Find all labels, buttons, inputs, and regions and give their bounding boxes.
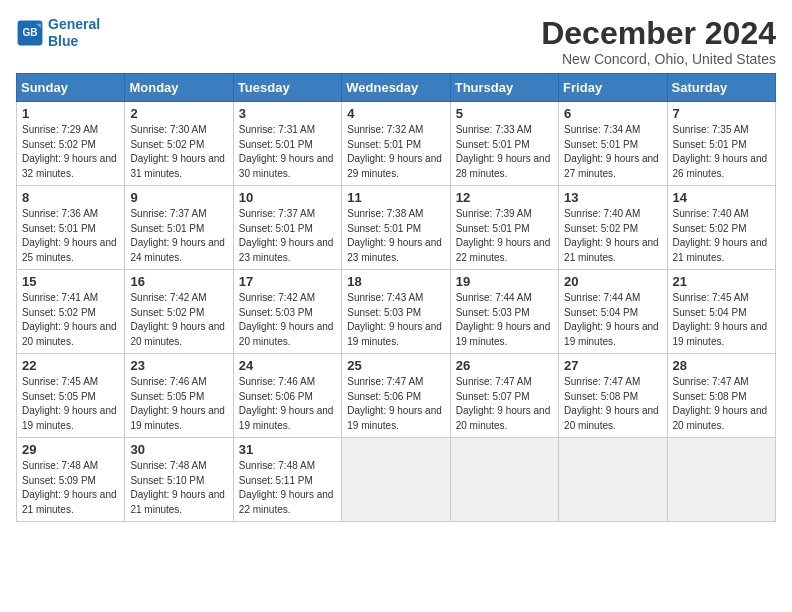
- day-number: 24: [239, 358, 336, 373]
- day-number: 4: [347, 106, 444, 121]
- calendar-cell: 2Sunrise: 7:30 AMSunset: 5:02 PMDaylight…: [125, 102, 233, 186]
- day-info: Sunrise: 7:33 AMSunset: 5:01 PMDaylight:…: [456, 123, 553, 181]
- calendar-week-row: 22Sunrise: 7:45 AMSunset: 5:05 PMDayligh…: [17, 354, 776, 438]
- calendar-cell: 19Sunrise: 7:44 AMSunset: 5:03 PMDayligh…: [450, 270, 558, 354]
- calendar-cell: [667, 438, 775, 522]
- day-number: 15: [22, 274, 119, 289]
- calendar-cell: 12Sunrise: 7:39 AMSunset: 5:01 PMDayligh…: [450, 186, 558, 270]
- day-info: Sunrise: 7:42 AMSunset: 5:02 PMDaylight:…: [130, 291, 227, 349]
- day-info: Sunrise: 7:47 AMSunset: 5:06 PMDaylight:…: [347, 375, 444, 433]
- calendar-cell: 10Sunrise: 7:37 AMSunset: 5:01 PMDayligh…: [233, 186, 341, 270]
- calendar-cell: 23Sunrise: 7:46 AMSunset: 5:05 PMDayligh…: [125, 354, 233, 438]
- day-info: Sunrise: 7:31 AMSunset: 5:01 PMDaylight:…: [239, 123, 336, 181]
- calendar-table: SundayMondayTuesdayWednesdayThursdayFrid…: [16, 73, 776, 522]
- day-number: 30: [130, 442, 227, 457]
- calendar-cell: 17Sunrise: 7:42 AMSunset: 5:03 PMDayligh…: [233, 270, 341, 354]
- calendar-cell: 24Sunrise: 7:46 AMSunset: 5:06 PMDayligh…: [233, 354, 341, 438]
- day-number: 14: [673, 190, 770, 205]
- calendar-cell: 8Sunrise: 7:36 AMSunset: 5:01 PMDaylight…: [17, 186, 125, 270]
- day-number: 25: [347, 358, 444, 373]
- calendar-cell: [559, 438, 667, 522]
- day-number: 7: [673, 106, 770, 121]
- day-header-sunday: Sunday: [17, 74, 125, 102]
- title-block: December 2024 New Concord, Ohio, United …: [541, 16, 776, 67]
- day-info: Sunrise: 7:37 AMSunset: 5:01 PMDaylight:…: [130, 207, 227, 265]
- calendar-week-row: 29Sunrise: 7:48 AMSunset: 5:09 PMDayligh…: [17, 438, 776, 522]
- day-info: Sunrise: 7:45 AMSunset: 5:04 PMDaylight:…: [673, 291, 770, 349]
- calendar-cell: 9Sunrise: 7:37 AMSunset: 5:01 PMDaylight…: [125, 186, 233, 270]
- day-number: 10: [239, 190, 336, 205]
- day-header-tuesday: Tuesday: [233, 74, 341, 102]
- calendar-cell: 27Sunrise: 7:47 AMSunset: 5:08 PMDayligh…: [559, 354, 667, 438]
- day-info: Sunrise: 7:38 AMSunset: 5:01 PMDaylight:…: [347, 207, 444, 265]
- day-number: 8: [22, 190, 119, 205]
- day-info: Sunrise: 7:34 AMSunset: 5:01 PMDaylight:…: [564, 123, 661, 181]
- day-number: 3: [239, 106, 336, 121]
- day-number: 31: [239, 442, 336, 457]
- day-number: 19: [456, 274, 553, 289]
- logo-icon: GB: [16, 19, 44, 47]
- day-number: 28: [673, 358, 770, 373]
- day-number: 26: [456, 358, 553, 373]
- day-info: Sunrise: 7:48 AMSunset: 5:10 PMDaylight:…: [130, 459, 227, 517]
- calendar-cell: 29Sunrise: 7:48 AMSunset: 5:09 PMDayligh…: [17, 438, 125, 522]
- calendar-cell: 31Sunrise: 7:48 AMSunset: 5:11 PMDayligh…: [233, 438, 341, 522]
- day-info: Sunrise: 7:43 AMSunset: 5:03 PMDaylight:…: [347, 291, 444, 349]
- day-number: 23: [130, 358, 227, 373]
- calendar-cell: 20Sunrise: 7:44 AMSunset: 5:04 PMDayligh…: [559, 270, 667, 354]
- day-info: Sunrise: 7:37 AMSunset: 5:01 PMDaylight:…: [239, 207, 336, 265]
- day-info: Sunrise: 7:36 AMSunset: 5:01 PMDaylight:…: [22, 207, 119, 265]
- day-info: Sunrise: 7:35 AMSunset: 5:01 PMDaylight:…: [673, 123, 770, 181]
- calendar-header: SundayMondayTuesdayWednesdayThursdayFrid…: [17, 74, 776, 102]
- day-header-thursday: Thursday: [450, 74, 558, 102]
- calendar-cell: 18Sunrise: 7:43 AMSunset: 5:03 PMDayligh…: [342, 270, 450, 354]
- day-info: Sunrise: 7:46 AMSunset: 5:06 PMDaylight:…: [239, 375, 336, 433]
- calendar-cell: 1Sunrise: 7:29 AMSunset: 5:02 PMDaylight…: [17, 102, 125, 186]
- day-header-friday: Friday: [559, 74, 667, 102]
- day-number: 18: [347, 274, 444, 289]
- calendar-cell: 5Sunrise: 7:33 AMSunset: 5:01 PMDaylight…: [450, 102, 558, 186]
- logo-text: General Blue: [48, 16, 100, 50]
- location: New Concord, Ohio, United States: [541, 51, 776, 67]
- calendar-week-row: 8Sunrise: 7:36 AMSunset: 5:01 PMDaylight…: [17, 186, 776, 270]
- calendar-cell: 13Sunrise: 7:40 AMSunset: 5:02 PMDayligh…: [559, 186, 667, 270]
- day-header-row: SundayMondayTuesdayWednesdayThursdayFrid…: [17, 74, 776, 102]
- day-number: 27: [564, 358, 661, 373]
- calendar-cell: 15Sunrise: 7:41 AMSunset: 5:02 PMDayligh…: [17, 270, 125, 354]
- day-info: Sunrise: 7:48 AMSunset: 5:09 PMDaylight:…: [22, 459, 119, 517]
- day-number: 5: [456, 106, 553, 121]
- day-number: 21: [673, 274, 770, 289]
- day-number: 2: [130, 106, 227, 121]
- calendar-cell: 11Sunrise: 7:38 AMSunset: 5:01 PMDayligh…: [342, 186, 450, 270]
- calendar-cell: 21Sunrise: 7:45 AMSunset: 5:04 PMDayligh…: [667, 270, 775, 354]
- day-number: 16: [130, 274, 227, 289]
- calendar-cell: 4Sunrise: 7:32 AMSunset: 5:01 PMDaylight…: [342, 102, 450, 186]
- day-number: 22: [22, 358, 119, 373]
- day-info: Sunrise: 7:48 AMSunset: 5:11 PMDaylight:…: [239, 459, 336, 517]
- calendar-cell: 30Sunrise: 7:48 AMSunset: 5:10 PMDayligh…: [125, 438, 233, 522]
- day-number: 29: [22, 442, 119, 457]
- day-info: Sunrise: 7:42 AMSunset: 5:03 PMDaylight:…: [239, 291, 336, 349]
- day-number: 1: [22, 106, 119, 121]
- day-number: 12: [456, 190, 553, 205]
- day-number: 17: [239, 274, 336, 289]
- calendar-cell: [342, 438, 450, 522]
- calendar-cell: 26Sunrise: 7:47 AMSunset: 5:07 PMDayligh…: [450, 354, 558, 438]
- day-header-monday: Monday: [125, 74, 233, 102]
- calendar-week-row: 1Sunrise: 7:29 AMSunset: 5:02 PMDaylight…: [17, 102, 776, 186]
- day-number: 9: [130, 190, 227, 205]
- day-info: Sunrise: 7:41 AMSunset: 5:02 PMDaylight:…: [22, 291, 119, 349]
- day-info: Sunrise: 7:44 AMSunset: 5:03 PMDaylight:…: [456, 291, 553, 349]
- day-info: Sunrise: 7:44 AMSunset: 5:04 PMDaylight:…: [564, 291, 661, 349]
- day-info: Sunrise: 7:32 AMSunset: 5:01 PMDaylight:…: [347, 123, 444, 181]
- calendar-cell: 7Sunrise: 7:35 AMSunset: 5:01 PMDaylight…: [667, 102, 775, 186]
- calendar-cell: 3Sunrise: 7:31 AMSunset: 5:01 PMDaylight…: [233, 102, 341, 186]
- svg-text:GB: GB: [22, 27, 37, 38]
- logo: GB General Blue: [16, 16, 100, 50]
- calendar-cell: 6Sunrise: 7:34 AMSunset: 5:01 PMDaylight…: [559, 102, 667, 186]
- day-info: Sunrise: 7:47 AMSunset: 5:08 PMDaylight:…: [564, 375, 661, 433]
- logo-line1: General: [48, 16, 100, 32]
- logo-line2: Blue: [48, 33, 78, 49]
- day-info: Sunrise: 7:29 AMSunset: 5:02 PMDaylight:…: [22, 123, 119, 181]
- day-info: Sunrise: 7:39 AMSunset: 5:01 PMDaylight:…: [456, 207, 553, 265]
